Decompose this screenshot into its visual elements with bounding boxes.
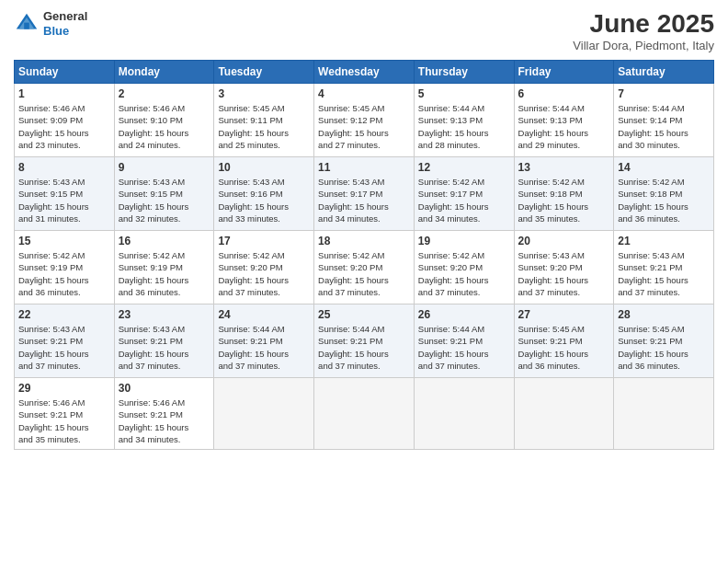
day-info: Daylight: 15 hours [318,127,410,139]
day-info: Sunrise: 5:43 AM [618,249,710,261]
day-info: Sunset: 9:20 PM [518,261,610,273]
day-info: Sunrise: 5:46 AM [119,102,210,114]
day-info: Sunset: 9:21 PM [218,335,310,347]
week-row-3: 15Sunrise: 5:42 AMSunset: 9:19 PMDayligh… [15,231,714,304]
day-info: and 36 minutes. [618,360,710,372]
day-number: 20 [518,235,610,247]
day-info: Sunrise: 5:43 AM [18,176,110,188]
day-info: Sunrise: 5:46 AM [18,102,110,114]
day-info: and 37 minutes. [318,286,410,298]
day-info: and 29 minutes. [518,139,610,151]
day-info: and 30 minutes. [618,139,710,151]
day-info: Sunrise: 5:43 AM [119,176,210,188]
day-info: Sunrise: 5:46 AM [18,396,110,408]
day-info: Sunrise: 5:44 AM [418,102,510,114]
day-cell: 8Sunrise: 5:43 AMSunset: 9:15 PMDaylight… [15,157,115,231]
week-row-4: 22Sunrise: 5:43 AMSunset: 9:21 PMDayligh… [15,304,714,378]
day-info: Sunrise: 5:43 AM [18,323,110,335]
day-number: 15 [18,235,110,247]
day-cell: 1Sunrise: 5:46 AMSunset: 9:09 PMDaylight… [15,84,115,157]
day-info: Daylight: 15 hours [318,348,410,360]
day-info: Sunset: 9:21 PM [119,335,210,347]
day-info: Sunset: 9:15 PM [18,188,110,200]
day-info: Sunrise: 5:43 AM [318,176,410,188]
day-info: Sunset: 9:20 PM [318,261,410,273]
day-info: Sunrise: 5:45 AM [218,102,310,114]
day-info: and 37 minutes. [518,286,610,298]
day-info: Sunrise: 5:42 AM [518,176,610,188]
day-info: Sunset: 9:18 PM [618,188,710,200]
day-number: 26 [418,308,510,321]
day-info: Daylight: 15 hours [618,201,710,213]
day-cell: 20Sunrise: 5:43 AMSunset: 9:20 PMDayligh… [514,231,614,304]
logo-general-text: General [43,9,87,24]
day-info: Sunrise: 5:44 AM [518,102,610,114]
day-number: 30 [119,382,210,395]
day-info: Sunrise: 5:43 AM [119,323,210,335]
day-info: Sunrise: 5:44 AM [418,323,510,335]
day-cell [514,378,614,450]
day-cell: 5Sunrise: 5:44 AMSunset: 9:13 PMDaylight… [414,84,514,157]
day-info: Daylight: 15 hours [119,348,210,360]
day-cell: 21Sunrise: 5:43 AMSunset: 9:21 PMDayligh… [614,231,714,304]
day-info: and 37 minutes. [318,360,410,372]
day-info: and 31 minutes. [18,213,110,224]
day-info: Sunrise: 5:42 AM [618,176,710,188]
day-info: Daylight: 15 hours [618,127,710,139]
day-info: and 25 minutes. [218,139,310,151]
day-info: and 37 minutes. [418,360,510,372]
logo-text: General Blue [43,9,87,38]
logo-blue-text: Blue [43,24,87,39]
day-cell: 12Sunrise: 5:42 AMSunset: 9:17 PMDayligh… [414,157,514,231]
day-info: and 37 minutes. [18,360,110,372]
day-info: Daylight: 15 hours [418,348,510,360]
day-info: Sunrise: 5:42 AM [18,249,110,261]
col-header-tuesday: Tuesday [214,61,314,84]
day-info: and 35 minutes. [18,433,110,445]
day-info: and 37 minutes. [218,286,310,298]
day-number: 18 [318,235,410,247]
day-number: 4 [318,87,410,100]
day-cell: 14Sunrise: 5:42 AMSunset: 9:18 PMDayligh… [614,157,714,231]
day-cell: 17Sunrise: 5:42 AMSunset: 9:20 PMDayligh… [214,231,314,304]
day-info: Daylight: 15 hours [418,201,510,213]
day-info: Daylight: 15 hours [119,274,210,286]
col-header-sunday: Sunday [15,61,115,84]
day-info: Daylight: 15 hours [518,201,610,213]
day-number: 16 [119,235,210,247]
logo-icon [14,11,40,37]
day-info: and 35 minutes. [518,213,610,224]
day-cell: 2Sunrise: 5:46 AMSunset: 9:10 PMDaylight… [114,84,214,157]
day-info: Sunset: 9:12 PM [318,114,410,126]
day-info: Sunset: 9:13 PM [518,114,610,126]
day-cell: 26Sunrise: 5:44 AMSunset: 9:21 PMDayligh… [414,304,514,378]
col-header-saturday: Saturday [614,61,714,84]
day-cell: 13Sunrise: 5:42 AMSunset: 9:18 PMDayligh… [514,157,614,231]
day-info: Daylight: 15 hours [18,348,110,360]
day-info: Sunrise: 5:45 AM [618,323,710,335]
day-info: Daylight: 15 hours [18,421,110,433]
day-cell: 29Sunrise: 5:46 AMSunset: 9:21 PMDayligh… [15,378,115,450]
day-cell: 4Sunrise: 5:45 AMSunset: 9:12 PMDaylight… [314,84,415,157]
day-cell: 24Sunrise: 5:44 AMSunset: 9:21 PMDayligh… [214,304,314,378]
day-info: Daylight: 15 hours [18,201,110,213]
day-cell: 19Sunrise: 5:42 AMSunset: 9:20 PMDayligh… [414,231,514,304]
day-info: and 37 minutes. [618,286,710,298]
day-info: Sunrise: 5:42 AM [218,249,310,261]
day-info: Sunset: 9:21 PM [518,335,610,347]
day-info: Daylight: 15 hours [318,274,410,286]
day-info: Sunset: 9:21 PM [618,335,710,347]
day-number: 17 [218,235,310,247]
header-row: SundayMondayTuesdayWednesdayThursdayFrid… [15,61,714,84]
day-number: 28 [618,308,710,321]
calendar: SundayMondayTuesdayWednesdayThursdayFrid… [14,60,714,450]
day-info: Daylight: 15 hours [518,274,610,286]
day-info: Sunrise: 5:43 AM [218,176,310,188]
day-number: 10 [218,161,310,174]
day-info: Sunset: 9:18 PM [518,188,610,200]
day-info: Sunset: 9:21 PM [318,335,410,347]
week-row-2: 8Sunrise: 5:43 AMSunset: 9:15 PMDaylight… [15,157,714,231]
day-number: 8 [18,161,110,174]
day-number: 7 [618,87,710,100]
day-info: Sunset: 9:15 PM [119,188,210,200]
